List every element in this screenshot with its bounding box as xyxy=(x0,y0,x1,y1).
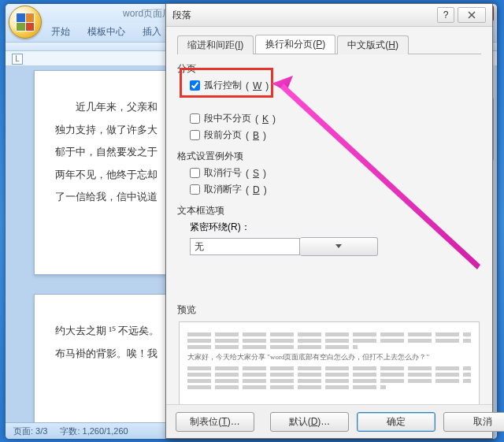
tabs-button[interactable]: 制表位(T)… xyxy=(176,412,254,432)
question-icon: ? xyxy=(443,9,449,20)
preview-sample-text: 大家好，今天给大家分享 "word页面底部有空白怎么办，但打不上去怎么办？" xyxy=(187,353,471,362)
dialog-help-button[interactable]: ? xyxy=(437,7,454,23)
tab-indent-spacing[interactable]: 缩进和间距(I) xyxy=(177,35,254,54)
cancel-button[interactable]: 取消 xyxy=(443,412,504,432)
tab-line-page-breaks[interactable]: 换行和分页(P) xyxy=(255,35,335,54)
group-preview: 预览 xyxy=(177,303,481,317)
close-icon xyxy=(468,11,476,19)
group-textbox-options: 文本框选项 xyxy=(177,204,481,217)
tab-insert[interactable]: 插入 xyxy=(139,22,165,42)
tight-wrap-label: 紧密环绕 xyxy=(190,221,228,232)
tight-wrap-combo[interactable]: 无 xyxy=(190,238,300,255)
chevron-down-icon xyxy=(335,244,342,249)
checkbox-suppress-line-numbers[interactable]: 取消行号(S) xyxy=(190,166,481,180)
annotation-highlight-box xyxy=(180,68,273,98)
tight-wrap-dropdown-button[interactable] xyxy=(300,237,378,256)
preview-box: 大家好，今天给大家分享 "word页面底部有空白怎么办，但打不上去怎么办？" xyxy=(179,321,480,407)
tab-home[interactable]: 开始 xyxy=(48,22,73,42)
default-button[interactable]: 默认(D)… xyxy=(270,412,349,432)
status-words: 字数: 1,260/1,260 xyxy=(60,425,128,437)
status-page: 页面: 3/3 xyxy=(13,425,47,437)
checkbox-page-break-before[interactable]: 段前分页(B) xyxy=(190,128,481,142)
tab-asian-typography[interactable]: 中文版式(H) xyxy=(337,35,409,54)
checkbox-dont-hyphenate[interactable]: 取消断字(D) xyxy=(190,183,481,196)
group-exceptions: 格式设置例外项 xyxy=(177,150,481,163)
tab-stop-indicator[interactable]: L xyxy=(12,54,23,65)
ok-button[interactable]: 确定 xyxy=(357,412,435,432)
checkbox-keep-lines-together[interactable]: 段中不分页(K) xyxy=(190,112,481,125)
dialog-close-button[interactable] xyxy=(458,7,486,23)
office-button[interactable] xyxy=(9,6,42,39)
svg-marker-6 xyxy=(335,244,342,248)
dialog-title: 段落 xyxy=(172,9,191,22)
tab-template[interactable]: 模板中心 xyxy=(84,22,128,42)
